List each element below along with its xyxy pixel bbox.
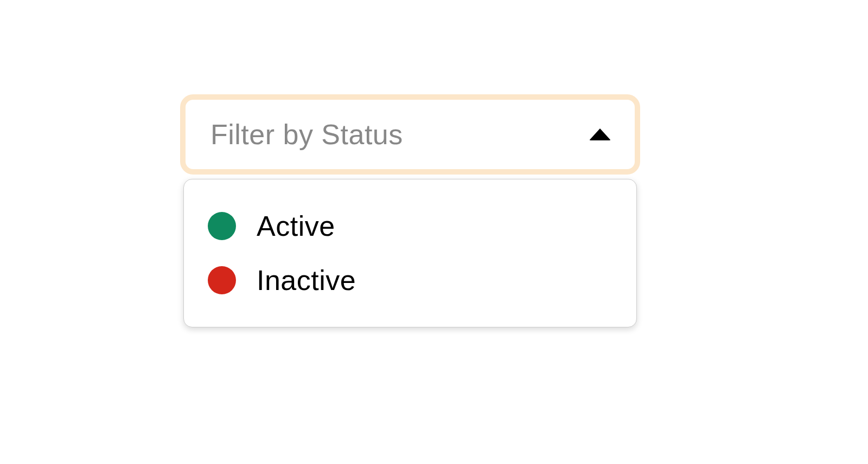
filter-menu: Active Inactive [183, 179, 637, 327]
status-filter-dropdown: Filter by Status Active Inactive [180, 94, 640, 327]
filter-trigger[interactable]: Filter by Status [180, 94, 640, 175]
status-dot-icon [208, 212, 236, 240]
filter-option-active[interactable]: Active [184, 199, 636, 253]
filter-option-inactive[interactable]: Inactive [184, 253, 636, 307]
option-label: Inactive [257, 264, 356, 297]
option-label: Active [257, 210, 335, 242]
chevron-up-icon [589, 128, 611, 140]
filter-placeholder: Filter by Status [210, 118, 403, 151]
status-dot-icon [208, 266, 236, 294]
